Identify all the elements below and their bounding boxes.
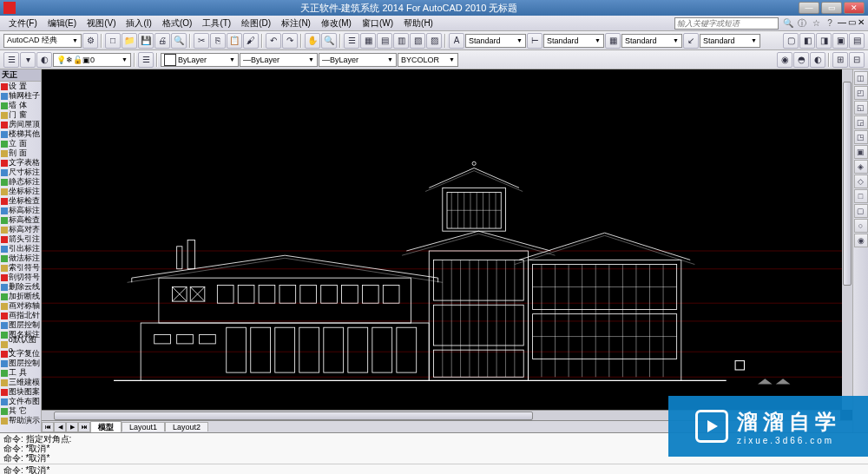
right-tool-5-icon[interactable]: ◳ [854,130,868,144]
layer-iso-icon[interactable]: ◐ [36,52,52,68]
layer-manager-icon[interactable]: ☰ [138,52,154,68]
table-style-combo[interactable]: Standard▼ [621,34,682,48]
menu-help[interactable]: 帮助(H) [398,17,438,30]
layer-combo[interactable]: 💡❄🔓▣ 0▼ [53,53,131,67]
save-icon[interactable]: 💾 [138,33,154,49]
menu-format[interactable]: 格式(O) [157,17,197,30]
right-tool-6-icon[interactable]: ▣ [854,145,868,159]
right-tool-11-icon[interactable]: ○ [854,219,868,233]
left-panel-item[interactable]: 帮助演示 [0,416,41,425]
dim-style-icon[interactable]: ⊢ [527,33,542,49]
vertical-scrollbar[interactable] [842,69,852,410]
layer-states-icon[interactable]: ▾ [20,52,36,68]
toolpalette-icon[interactable]: ▤ [377,33,392,49]
drawing-area[interactable]: ⏮ ◀ ▶ ⏭ 模型 Layout1 Layout2 [42,69,852,432]
menu-view[interactable]: 视图(V) [82,17,121,30]
designcenter-icon[interactable]: ▦ [360,33,376,49]
mleader-style-icon[interactable]: ↙ [683,33,699,49]
right-tool-10-icon[interactable]: ▢ [854,204,868,218]
menu-window[interactable]: 窗口(W) [357,17,398,30]
help-icon[interactable]: ? [824,17,836,30]
search-input[interactable] [674,17,779,30]
p1-icon[interactable]: ◉ [777,52,792,68]
left-item-icon [1,83,8,90]
zoom-icon[interactable]: 🔍 [321,33,337,49]
paste-icon[interactable]: 📋 [227,33,242,49]
text-style-icon[interactable]: A [449,33,464,49]
match-icon[interactable]: 🖌 [243,33,259,49]
redo-icon[interactable]: ↷ [282,33,298,49]
open-icon[interactable]: 📁 [122,33,137,49]
tab-nav-first-icon[interactable]: ⏮ [42,422,54,432]
right-tool-4-icon[interactable]: ◲ [854,115,868,129]
properties-icon[interactable]: ☰ [344,33,359,49]
maximize-button[interactable]: ▭ [821,2,842,14]
p5-icon[interactable]: ⊟ [849,52,865,68]
copy-icon[interactable]: ⎘ [210,33,226,49]
right-tool-9-icon[interactable]: □ [854,189,868,203]
tab-nav-prev-icon[interactable]: ◀ [54,422,66,432]
doc-minimize-button[interactable]: — [838,17,846,30]
right-tool-8-icon[interactable]: ◇ [854,174,868,188]
e4-icon[interactable]: ▣ [832,33,848,49]
text-style-combo[interactable]: Standard▼ [465,34,526,48]
calc-icon[interactable]: ▨ [426,33,442,49]
e3-icon[interactable]: ◨ [816,33,832,49]
mleader-style-combo[interactable]: Standard▼ [700,34,760,48]
e2-icon[interactable]: ◧ [799,33,815,49]
undo-icon[interactable]: ↶ [266,33,281,49]
p2-icon[interactable]: ◓ [793,52,809,68]
table-style-icon[interactable]: ▦ [605,33,621,49]
left-item-icon [1,408,8,415]
workspace-settings-icon[interactable]: ⚙ [82,33,98,49]
lineweight-combo[interactable]: — ByLayer▼ [319,53,397,67]
print-icon[interactable]: 🖨 [155,33,170,49]
e1-icon[interactable]: ▢ [783,33,799,49]
menu-insert[interactable]: 插入(I) [121,17,156,30]
layer-props-icon[interactable]: ☰ [3,52,19,68]
markup-icon[interactable]: ▧ [410,33,425,49]
tab-layout2[interactable]: Layout2 [165,422,208,431]
menu-modify[interactable]: 修改(M) [316,17,357,30]
left-item-icon [1,398,8,405]
cad-canvas[interactable] [42,69,852,432]
menu-tools[interactable]: 工具(T) [197,17,236,30]
linetype-combo[interactable]: — ByLayer▼ [240,53,318,67]
info-icon[interactable]: ⓘ [796,17,808,30]
right-tool-7-icon[interactable]: ◈ [854,160,868,174]
right-tool-12-icon[interactable]: ◉ [854,234,868,247]
e5-icon[interactable]: ▤ [849,33,865,49]
p3-icon[interactable]: ◐ [810,52,825,68]
command-input[interactable]: 命令: *取消* [0,464,868,474]
tab-nav-last-icon[interactable]: ⏭ [78,422,90,432]
preview-icon[interactable]: 🔍 [171,33,187,49]
right-tool-3-icon[interactable]: ◱ [854,101,868,115]
minimize-button[interactable]: — [799,2,819,14]
menu-dimension[interactable]: 标注(N) [276,17,316,30]
doc-close-button[interactable]: ✕ [858,17,865,30]
tab-layout1[interactable]: Layout1 [122,422,165,431]
vertical-scrollbar-thumb[interactable] [843,82,852,286]
search-icon[interactable]: 🔍 [782,17,794,30]
dim-style-combo[interactable]: Standard▼ [543,34,604,48]
workspace-combo[interactable]: AutoCAD 经典▼ [3,34,82,48]
left-item-icon [1,265,8,272]
tab-nav-next-icon[interactable]: ▶ [66,422,78,432]
star-icon[interactable]: ☆ [810,17,822,30]
new-icon[interactable]: □ [105,33,121,49]
cut-icon[interactable]: ✂ [194,33,209,49]
pan-icon[interactable]: ✋ [305,33,320,49]
doc-maximize-button[interactable]: ▭ [848,17,856,30]
menu-edit[interactable]: 编辑(E) [43,17,82,30]
horizontal-scrollbar-thumb[interactable] [54,411,533,420]
plotstyle-combo[interactable]: BYCOLOR▼ [398,53,458,67]
close-button[interactable]: ✕ [844,2,865,14]
sheetset-icon[interactable]: ▥ [393,33,409,49]
color-combo[interactable]: ByLayer▼ [161,53,239,67]
right-tool-1-icon[interactable]: ◫ [854,71,868,85]
menu-file[interactable]: 文件(F) [3,17,43,30]
menu-draw[interactable]: 绘图(D) [236,17,276,30]
tab-model[interactable]: 模型 [90,421,122,433]
right-tool-2-icon[interactable]: ◰ [854,86,868,100]
p4-icon[interactable]: ⊞ [832,52,848,68]
